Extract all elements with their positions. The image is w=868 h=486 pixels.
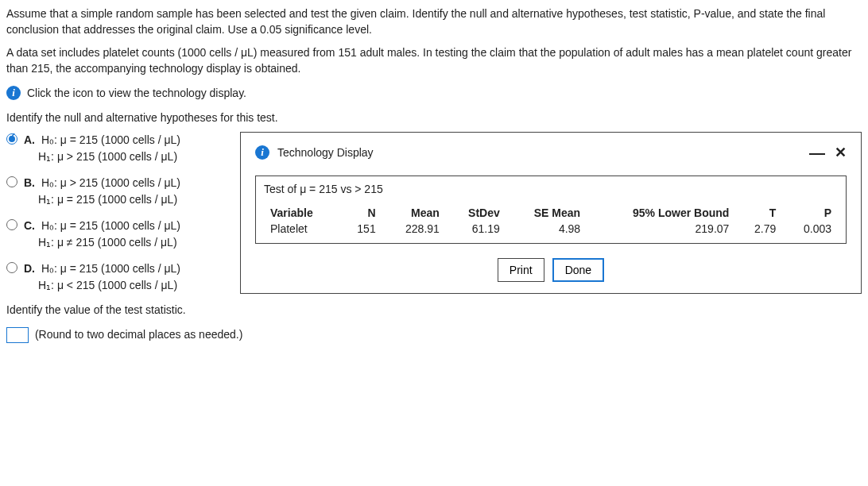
- dialog-title: Technology Display: [277, 146, 374, 159]
- option-b-h0: H₀: μ > 215 (1000 cells / μL): [41, 176, 180, 189]
- option-c-h0: H₀: μ = 215 (1000 cells / μL): [41, 219, 180, 232]
- radio-d[interactable]: [6, 262, 17, 273]
- option-d-h1: H₁: μ < 215 (1000 cells / μL): [38, 277, 177, 294]
- print-button[interactable]: Print: [498, 258, 544, 282]
- question-hypotheses: Identify the null and alternative hypoth…: [6, 111, 862, 124]
- col-semean: SE Mean: [506, 205, 587, 221]
- col-n: N: [339, 205, 382, 221]
- option-a[interactable]: A. H₀: μ = 215 (1000 cells / μL) H₁: μ >…: [6, 132, 229, 165]
- output-table-wrap: Test of μ = 215 vs > 215 Variable N Mean…: [255, 176, 847, 244]
- test-stat-input-row: (Round to two decimal places as needed.): [6, 327, 862, 343]
- option-letter-a: A.: [24, 133, 35, 146]
- option-a-h0: H₀: μ = 215 (1000 cells / μL): [41, 133, 180, 146]
- question-test-statistic: Identify the value of the test statistic…: [6, 303, 229, 316]
- option-a-h1: H₁: μ > 215 (1000 cells / μL): [38, 148, 177, 165]
- radio-c[interactable]: [6, 219, 17, 230]
- option-c[interactable]: C. H₀: μ = 215 (1000 cells / μL) H₁: μ ≠…: [6, 218, 229, 251]
- option-b[interactable]: B. H₀: μ > 215 (1000 cells / μL) H₁: μ =…: [6, 175, 229, 208]
- close-icon[interactable]: ✕: [835, 144, 847, 161]
- answer-options: A. H₀: μ = 215 (1000 cells / μL) H₁: μ >…: [6, 132, 229, 316]
- dialog-info-icon: i: [255, 145, 269, 160]
- info-icon: i: [6, 86, 21, 100]
- test-statistic-input[interactable]: [6, 327, 29, 343]
- intro-paragraph-2: A data set includes platelet counts (100…: [6, 45, 862, 76]
- col-mean: Mean: [382, 205, 446, 221]
- col-stdev: StDev: [446, 205, 506, 221]
- cell-mean: 228.91: [382, 221, 446, 237]
- round-note: (Round to two decimal places as needed.): [35, 328, 242, 341]
- done-button[interactable]: Done: [552, 258, 604, 282]
- info-link-row[interactable]: i Click the icon to view the technology …: [6, 86, 862, 100]
- table-header-row: Variable N Mean StDev SE Mean 95% Lower …: [264, 205, 838, 221]
- option-letter-b: B.: [24, 176, 35, 189]
- results-table: Variable N Mean StDev SE Mean 95% Lower …: [264, 205, 838, 237]
- cell-t: 2.79: [735, 221, 782, 237]
- minimize-icon[interactable]: —: [809, 145, 825, 160]
- cell-n: 151: [339, 221, 382, 237]
- col-lower: 95% Lower Bound: [587, 205, 735, 221]
- option-letter-c: C.: [24, 219, 35, 232]
- option-d-h0: H₀: μ = 215 (1000 cells / μL): [41, 262, 180, 275]
- radio-b[interactable]: [6, 176, 17, 187]
- option-d[interactable]: D. H₀: μ = 215 (1000 cells / μL) H₁: μ <…: [6, 260, 229, 294]
- cell-lower: 219.07: [587, 221, 735, 237]
- intro-paragraph-1: Assume that a simple random sample has b…: [6, 6, 862, 37]
- col-variable: Variable: [264, 205, 339, 221]
- cell-stdev: 61.19: [446, 221, 506, 237]
- cell-semean: 4.98: [506, 221, 587, 237]
- table-row: Platelet 151 228.91 61.19 4.98 219.07 2.…: [264, 221, 838, 237]
- cell-variable: Platelet: [264, 221, 339, 237]
- cell-p: 0.003: [782, 221, 838, 237]
- option-c-h1: H₁: μ ≠ 215 (1000 cells / μL): [38, 234, 177, 251]
- test-title: Test of μ = 215 vs > 215: [264, 183, 838, 195]
- col-t: T: [735, 205, 782, 221]
- info-link-text: Click the icon to view the technology di…: [27, 87, 246, 99]
- option-letter-d: D.: [24, 262, 35, 275]
- radio-a[interactable]: [6, 133, 17, 145]
- option-b-h1: H₁: μ = 215 (1000 cells / μL): [38, 191, 177, 208]
- problem-intro: Assume that a simple random sample has b…: [6, 6, 862, 76]
- technology-display-dialog: i Technology Display — ✕ Test of μ = 215…: [240, 132, 862, 294]
- col-p: P: [782, 205, 838, 221]
